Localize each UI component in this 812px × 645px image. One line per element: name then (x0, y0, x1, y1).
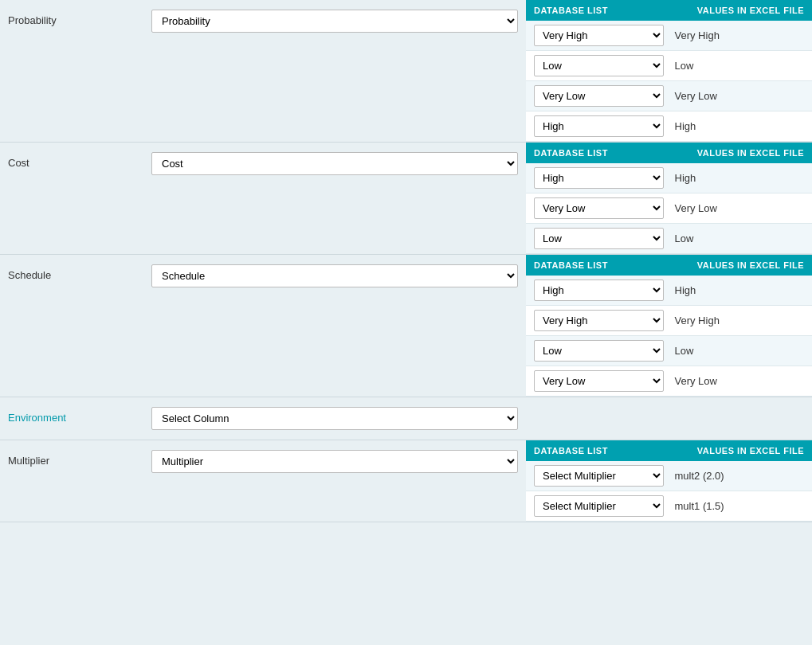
schedule-label: Schedule (8, 264, 151, 281)
environment-select[interactable]: Select Column Probability Cost Schedule … (151, 407, 518, 430)
schedule-select[interactable]: Schedule Probability Cost Environment (151, 264, 518, 287)
environment-section: Environment Select Column Probability Co… (0, 397, 812, 440)
cost-map-select-1: Very High High Medium Low Very Low (534, 167, 664, 189)
cost-left: Cost Cost Probability Schedule Environme… (0, 143, 526, 254)
multiplier-db-col-label: DATABASE LIST (534, 446, 669, 455)
cost-db-header: DATABASE LIST VALUES IN EXCEL FILE (526, 143, 812, 163)
probability-excel-col-label: VALUES IN EXCEL FILE (669, 6, 805, 15)
schedule-map-select-2: Very High High Medium Low Very Low (534, 310, 664, 331)
environment-dropdown-container: Select Column Probability Cost Schedule … (151, 407, 518, 430)
environment-left: Environment Select Column Probability Co… (0, 397, 526, 440)
schedule-dropdown-container: Schedule Probability Cost Environment (151, 264, 518, 287)
probability-dropdown-container: Probability Cost Schedule Environment (151, 10, 518, 33)
prob-db-select-1[interactable]: Very High High Medium Low Very Low (534, 25, 664, 46)
probability-right: DATABASE LIST VALUES IN EXCEL FILE Very … (526, 0, 812, 142)
cost-map-row-2: Very High High Medium Low Very Low Very … (526, 194, 812, 224)
multiplier-select[interactable]: Multiplier Probability Cost Schedule Env… (151, 450, 518, 473)
prob-map-select-3: Very High High Medium Low Very Low (534, 85, 664, 107)
multiplier-db-select-2[interactable]: Select Multiplier mult1 (1.5) mult2 (2.0… (534, 495, 664, 517)
probability-db-header: DATABASE LIST VALUES IN EXCEL FILE (526, 0, 812, 21)
multiplier-excel-val-1: mult2 (2.0) (670, 470, 805, 482)
prob-map-row-4: Very High High Medium Low Very Low High (526, 111, 812, 142)
prob-map-row-1: Very High High Medium Low Very Low Very … (526, 21, 812, 51)
cost-excel-col-label: VALUES IN EXCEL FILE (669, 148, 805, 158)
cost-dropdown-container: Cost Probability Schedule Environment (151, 152, 518, 175)
schedule-excel-val-4: Very Low (670, 375, 805, 387)
cost-db-select-1[interactable]: Very High High Medium Low Very Low (534, 167, 664, 189)
multiplier-map-select-2: Select Multiplier mult1 (1.5) mult2 (2.0… (534, 495, 664, 517)
prob-map-row-2: Very High High Medium Low Very Low Low (526, 51, 812, 81)
multiplier-excel-col-label: VALUES IN EXCEL FILE (669, 446, 805, 455)
cost-map-select-3: Very High High Medium Low Very Low (534, 228, 664, 249)
schedule-map-select-1: Very High High Medium Low Very Low (534, 280, 664, 301)
probability-select[interactable]: Probability Cost Schedule Environment (151, 10, 518, 33)
multiplier-db-header: DATABASE LIST VALUES IN EXCEL FILE (526, 440, 812, 461)
prob-map-select-4: Very High High Medium Low Very Low (534, 115, 664, 137)
schedule-section: Schedule Schedule Probability Cost Envir… (0, 255, 812, 397)
schedule-excel-val-3: Low (670, 345, 805, 357)
main-container: Probability Probability Cost Schedule En… (0, 0, 812, 645)
schedule-db-select-3[interactable]: Very High High Medium Low Very Low (534, 340, 664, 362)
multiplier-map-select-1: Select Multiplier mult1 (1.5) mult2 (2.0… (534, 465, 664, 487)
probability-left: Probability Probability Cost Schedule En… (0, 0, 526, 142)
probability-section: Probability Probability Cost Schedule En… (0, 0, 812, 143)
multiplier-map-row-1: Select Multiplier mult1 (1.5) mult2 (2.0… (526, 461, 812, 491)
cost-db-select-3[interactable]: Very High High Medium Low Very Low (534, 228, 664, 249)
multiplier-section: Multiplier Multiplier Probability Cost S… (0, 440, 812, 522)
schedule-excel-val-2: Very High (670, 315, 805, 326)
cost-label: Cost (8, 152, 151, 169)
schedule-db-select-2[interactable]: Very High High Medium Low Very Low (534, 310, 664, 331)
cost-db-col-label: DATABASE LIST (534, 148, 669, 158)
probability-label: Probability (8, 10, 151, 26)
multiplier-label: Multiplier (8, 450, 151, 467)
prob-db-select-2[interactable]: Very High High Medium Low Very Low (534, 55, 664, 76)
multiplier-excel-val-2: mult1 (1.5) (670, 500, 805, 512)
schedule-excel-col-label: VALUES IN EXCEL FILE (669, 260, 805, 270)
prob-excel-val-4: High (670, 120, 805, 132)
cost-section: Cost Cost Probability Schedule Environme… (0, 143, 812, 255)
prob-map-row-3: Very High High Medium Low Very Low Very … (526, 81, 812, 111)
schedule-map-select-3: Very High High Medium Low Very Low (534, 340, 664, 362)
schedule-map-select-4: Very High High Medium Low Very Low (534, 370, 664, 392)
cost-excel-val-2: Very Low (670, 202, 805, 214)
prob-map-select-2: Very High High Medium Low Very Low (534, 55, 664, 76)
cost-select[interactable]: Cost Probability Schedule Environment (151, 152, 518, 175)
multiplier-dropdown-container: Multiplier Probability Cost Schedule Env… (151, 450, 518, 473)
prob-db-select-4[interactable]: Very High High Medium Low Very Low (534, 115, 664, 137)
schedule-map-row-4: Very High High Medium Low Very Low Very … (526, 366, 812, 397)
schedule-excel-val-1: High (670, 284, 805, 296)
prob-excel-val-3: Very Low (670, 90, 805, 102)
prob-db-select-3[interactable]: Very High High Medium Low Very Low (534, 85, 664, 107)
cost-right: DATABASE LIST VALUES IN EXCEL FILE Very … (526, 143, 812, 254)
schedule-db-header: DATABASE LIST VALUES IN EXCEL FILE (526, 255, 812, 276)
environment-label: Environment (8, 407, 151, 424)
probability-db-col-label: DATABASE LIST (534, 6, 669, 15)
prob-excel-val-1: Very High (670, 29, 805, 41)
schedule-map-row-1: Very High High Medium Low Very Low High (526, 276, 812, 306)
cost-excel-val-3: Low (670, 233, 805, 244)
content-area: Probability Probability Cost Schedule En… (0, 0, 812, 645)
schedule-db-select-4[interactable]: Very High High Medium Low Very Low (534, 370, 664, 392)
schedule-db-col-label: DATABASE LIST (534, 260, 669, 270)
cost-db-select-2[interactable]: Very High High Medium Low Very Low (534, 197, 664, 219)
prob-map-select-1: Very High High Medium Low Very Low (534, 25, 664, 46)
environment-right (526, 397, 812, 440)
multiplier-db-select-1[interactable]: Select Multiplier mult1 (1.5) mult2 (2.0… (534, 465, 664, 487)
schedule-left: Schedule Schedule Probability Cost Envir… (0, 255, 526, 397)
multiplier-left: Multiplier Multiplier Probability Cost S… (0, 440, 526, 522)
prob-excel-val-2: Low (670, 60, 805, 72)
schedule-map-row-3: Very High High Medium Low Very Low Low (526, 336, 812, 366)
schedule-db-select-1[interactable]: Very High High Medium Low Very Low (534, 280, 664, 301)
cost-map-select-2: Very High High Medium Low Very Low (534, 197, 664, 219)
schedule-right: DATABASE LIST VALUES IN EXCEL FILE Very … (526, 255, 812, 397)
schedule-map-row-2: Very High High Medium Low Very Low Very … (526, 306, 812, 336)
cost-map-row-1: Very High High Medium Low Very Low High (526, 163, 812, 194)
multiplier-map-row-2: Select Multiplier mult1 (1.5) mult2 (2.0… (526, 491, 812, 522)
multiplier-right: DATABASE LIST VALUES IN EXCEL FILE Selec… (526, 440, 812, 522)
cost-excel-val-1: High (670, 172, 805, 184)
cost-map-row-3: Very High High Medium Low Very Low Low (526, 224, 812, 254)
